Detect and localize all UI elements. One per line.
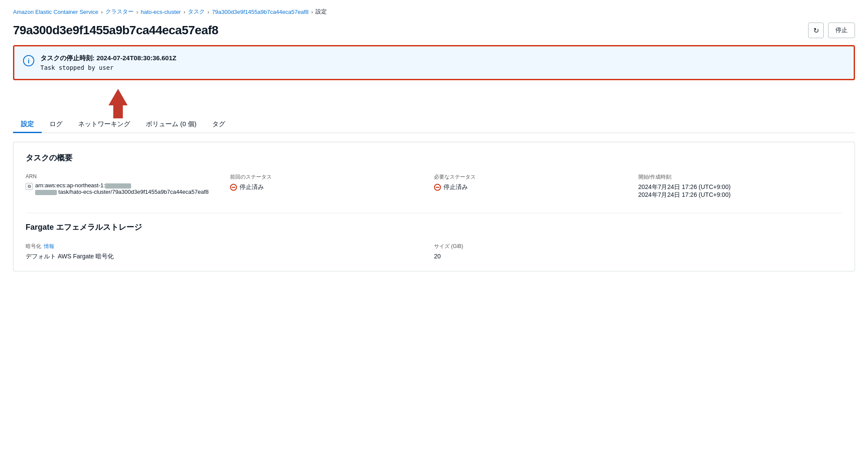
red-arrow — [108, 89, 128, 118]
header-actions: ↻ 停止 — [808, 23, 855, 38]
encryption-value: デフォルト AWS Fargate 暗号化 — [26, 253, 425, 261]
tab-tags[interactable]: タグ — [204, 117, 233, 133]
breadcrumb-cluster-name-link[interactable]: hato-ecs-cluster — [141, 9, 181, 15]
tab-logs[interactable]: ログ — [42, 117, 70, 133]
section-divider — [26, 213, 842, 213]
arrow-container — [13, 89, 855, 115]
encryption-column: 暗号化 情報 デフォルト AWS Fargate 暗号化 — [26, 243, 434, 261]
start-time-value2: 2024年7月24日 17:26 (UTC+9:00) — [638, 191, 834, 199]
breadcrumb-sep-2: › — [136, 9, 138, 15]
prev-status-label: 前回のステータス — [230, 173, 426, 181]
encryption-label-text: 暗号化 — [26, 243, 41, 250]
encryption-label: 暗号化 情報 — [26, 243, 425, 250]
arn-column: ARN ⧉ arn:aws:ecs:ap-northeast-1: task/h… — [26, 173, 230, 199]
alert-subtitle: Task stopped by user — [40, 64, 176, 71]
arrow-shaft — [113, 105, 123, 118]
start-time-column: 開始/作成時刻: 2024年7月24日 17:26 (UTC+9:00) 202… — [638, 173, 843, 199]
size-value: 20 — [434, 253, 834, 260]
breadcrumb-task-id-link[interactable]: 79a300d3e9f1455a9b7ca44eca57eaf8 — [212, 9, 309, 15]
arn-redacted-2 — [35, 190, 57, 195]
required-status-column: 必要なステータス 停止済み — [434, 173, 638, 199]
breadcrumb-cluster-link[interactable]: クラスター — [105, 8, 134, 16]
arn-redacted-1 — [105, 183, 131, 189]
required-status-text: 停止済み — [444, 183, 468, 191]
size-label: サイズ (GiB) — [434, 243, 834, 250]
arn-text: arn:aws:ecs:ap-northeast-1: task/hato-ec… — [35, 182, 209, 195]
stop-status-icon-1 — [230, 184, 237, 191]
alert-title: タスクの停止時刻: 2024-07-24T08:30:36.601Z — [40, 54, 176, 62]
tab-settings[interactable]: 設定 — [13, 117, 42, 133]
storage-grid: 暗号化 情報 デフォルト AWS Fargate 暗号化 サイズ (GiB) 2… — [26, 243, 842, 261]
alert-content: タスクの停止時刻: 2024-07-24T08:30:36.601Z Task … — [40, 54, 176, 71]
breadcrumb-task-link[interactable]: タスク — [188, 8, 205, 16]
start-time-label: 開始/作成時刻: — [638, 173, 834, 181]
task-overview-title: タスクの概要 — [26, 153, 842, 163]
content-card: タスクの概要 ARN ⧉ arn:aws:ecs:ap-northeast-1:… — [13, 142, 855, 271]
page-title: 79a300d3e9f1455a9b7ca44eca57eaf8 — [13, 23, 218, 37]
stop-status-icon-2 — [434, 184, 441, 191]
stop-button[interactable]: 停止 — [828, 23, 855, 38]
arn-label: ARN — [26, 173, 221, 179]
breadcrumb: Amazon Elastic Container Service › クラスター… — [0, 0, 868, 20]
breadcrumb-sep-3: › — [184, 9, 185, 15]
refresh-button[interactable]: ↻ — [808, 23, 824, 38]
required-status-label: 必要なステータス — [434, 173, 630, 181]
size-column: サイズ (GiB) 20 — [434, 243, 842, 261]
arn-value: ⧉ arn:aws:ecs:ap-northeast-1: task/hato-… — [26, 182, 221, 195]
required-status-value: 停止済み — [434, 183, 630, 191]
encryption-info-link[interactable]: 情報 — [44, 243, 54, 250]
prev-status-text: 停止済み — [240, 183, 264, 191]
alert-banner: i タスクの停止時刻: 2024-07-24T08:30:36.601Z Tas… — [13, 45, 855, 80]
prev-status-value: 停止済み — [230, 183, 426, 191]
start-time-value1: 2024年7月24日 17:26 (UTC+9:00) — [638, 183, 834, 191]
arrow-head — [108, 89, 128, 105]
overview-grid: ARN ⧉ arn:aws:ecs:ap-northeast-1: task/h… — [26, 173, 842, 199]
prev-status-column: 前回のステータス 停止済み — [230, 173, 434, 199]
breadcrumb-sep-1: › — [101, 9, 103, 15]
tab-networking[interactable]: ネットワーキング — [70, 117, 138, 133]
breadcrumb-sep-4: › — [207, 9, 209, 15]
fargate-storage-title: Fargate エフェメラルストレージ — [26, 222, 842, 232]
page-header: 79a300d3e9f1455a9b7ca44eca57eaf8 ↻ 停止 — [0, 20, 868, 45]
breadcrumb-ecs-link[interactable]: Amazon Elastic Container Service — [13, 9, 99, 15]
breadcrumb-sep-5: › — [311, 9, 313, 15]
tab-volumes[interactable]: ボリューム (0 個) — [138, 117, 204, 133]
breadcrumb-current: 設定 — [316, 8, 327, 16]
info-icon: i — [23, 55, 34, 66]
copy-icon[interactable]: ⧉ — [26, 183, 33, 190]
